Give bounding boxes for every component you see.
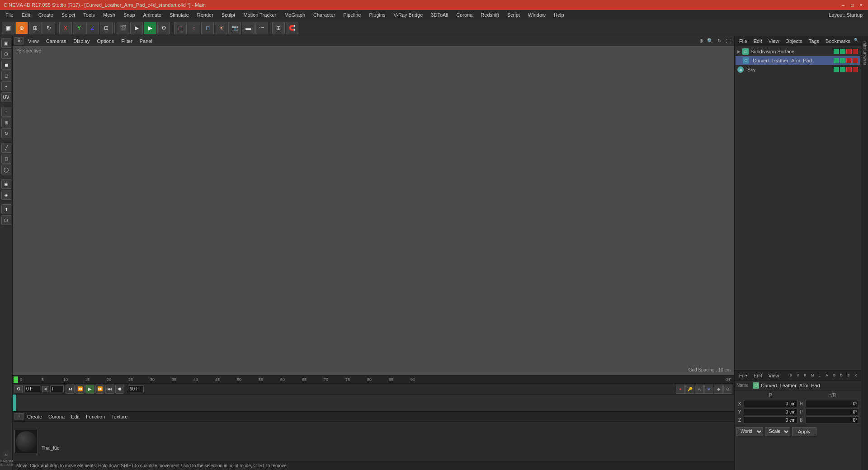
tl-icon-marker[interactable]: ◆ [714, 385, 723, 394]
y-axis-button[interactable]: Y [73, 22, 85, 34]
obj-objects-btn[interactable]: Objects [783, 38, 805, 44]
attr-y-pos[interactable]: 0 cm [744, 408, 797, 415]
menu-sculpt[interactable]: Sculpt [218, 11, 239, 19]
scale-tool-button[interactable]: ⊞ [29, 22, 42, 34]
tl-frame-nav-left[interactable]: ◀ [42, 386, 48, 392]
vp-icon-fullscreen[interactable]: ⛶ [724, 37, 732, 45]
menu-simulate[interactable]: Simulate [166, 11, 193, 19]
tl-icon-record[interactable]: ● [676, 385, 685, 394]
obj-vis-2[interactable] [840, 49, 845, 54]
obj-arm-del-1[interactable] [846, 58, 852, 63]
vp-icon-move[interactable]: ⊕ [697, 37, 705, 45]
obj-vis-1[interactable] [834, 49, 839, 54]
obj-sky-del-2[interactable] [853, 67, 858, 72]
sidebar-polygon-btn[interactable]: ◼ [1, 60, 11, 70]
sidebar-uv-btn[interactable]: UV [1, 92, 11, 102]
menu-character[interactable]: Character [310, 11, 339, 19]
tl-settings-btn[interactable]: ⚙ [14, 385, 23, 393]
menu-edit[interactable]: Edit [18, 11, 34, 19]
rotate-tool-button[interactable]: ↻ [42, 22, 55, 34]
snapping-button[interactable]: 🧲 [286, 22, 298, 34]
obj-arm-del-2[interactable] [853, 58, 858, 63]
menu-script[interactable]: Script [504, 11, 524, 19]
timeline-keyframe-track[interactable] [13, 395, 734, 411]
menu-render[interactable]: Render [193, 11, 217, 19]
obj-sky-vis-2[interactable] [840, 67, 845, 72]
sidebar-rotate-btn[interactable]: ↻ [1, 128, 11, 138]
menu-mograph[interactable]: MoGraph [281, 11, 309, 19]
attr-icon-l[interactable]: L [816, 372, 823, 379]
mat-corona-btn[interactable]: Corona [46, 414, 67, 420]
play-btn[interactable]: ▶ [85, 385, 94, 394]
menu-3dtoall[interactable]: 3DToAll [427, 11, 452, 19]
attr-icon-m[interactable]: M [809, 372, 816, 379]
menu-vray[interactable]: V-Ray Bridge [390, 11, 427, 19]
z-axis-button[interactable]: Z [86, 22, 99, 34]
close-button[interactable]: × [858, 2, 864, 8]
obj-item-armpad[interactable]: ⬡ Curved_Leather_Arm_Pad [736, 56, 860, 65]
attr-p-val[interactable]: 0° [806, 408, 859, 415]
tl-icon-key[interactable]: 🔑 [685, 385, 694, 394]
sidebar-mesh-btn[interactable]: ⬡ [1, 49, 11, 59]
tl-icon-p[interactable]: P [704, 385, 713, 394]
attr-icon-g[interactable]: G [831, 372, 837, 379]
menu-help[interactable]: Help [550, 11, 568, 19]
coord-system-dropdown[interactable]: World Object Local [736, 427, 763, 436]
cube-primitive-button[interactable]: ◻ [174, 22, 187, 34]
obj-item-subdivision[interactable]: ▶ ◻ Subdivision Surface [736, 47, 860, 56]
apply-button[interactable]: Apply [792, 427, 816, 436]
sidebar-edge-btn[interactable]: ◻ [1, 70, 11, 80]
menu-tools[interactable]: Tools [80, 11, 99, 19]
mat-handle[interactable]: ⠿ [14, 413, 24, 420]
menu-window[interactable]: Window [524, 11, 549, 19]
model-mode-button[interactable]: ▣ [2, 22, 14, 34]
obj-edit-btn[interactable]: Edit [751, 38, 765, 44]
menu-motiont[interactable]: Motion Tracker [240, 11, 280, 19]
vp-panel-menu[interactable]: Panel [137, 38, 155, 44]
attr-view-btn[interactable]: View [766, 372, 782, 379]
obj-sky-del-1[interactable] [846, 67, 852, 72]
prev-frame-btn[interactable]: ⏪ [75, 385, 85, 394]
menu-pipeline[interactable]: Pipeline [340, 11, 364, 19]
sidebar-model-btn[interactable]: ▣ [1, 38, 11, 48]
spline-button[interactable]: 〜 [255, 22, 268, 34]
mat-create-btn[interactable]: Create [24, 414, 45, 420]
menu-create[interactable]: Create [35, 11, 57, 19]
minimize-button[interactable]: – [840, 2, 846, 8]
maximize-button[interactable]: □ [849, 2, 855, 8]
attr-z-pos[interactable]: 0 cm [744, 416, 797, 423]
light-button[interactable]: ☀ [215, 22, 227, 34]
obj-sky-vis-1[interactable] [834, 67, 839, 72]
sidebar-magnet-btn[interactable]: ◈ [1, 190, 11, 200]
current-frame-input[interactable] [24, 385, 40, 392]
sidebar-point-btn[interactable]: • [1, 81, 11, 91]
floor-button[interactable]: ▬ [242, 22, 255, 34]
sidebar-loop-btn[interactable]: ⊟ [1, 154, 11, 164]
world-axis-button[interactable]: ⊡ [100, 22, 113, 34]
menu-mesh[interactable]: Mesh [99, 11, 119, 19]
sidebar-extrude-btn[interactable]: ⬆ [1, 204, 11, 214]
tl-icon-settings2[interactable]: ⚙ [723, 385, 732, 394]
menu-snap[interactable]: Snap [120, 11, 139, 19]
viewport[interactable]: Perspective [13, 46, 734, 375]
vp-icon-rotate[interactable]: ↻ [715, 37, 723, 45]
sidebar-line-btn[interactable]: ╱ [1, 143, 11, 153]
mat-texture-btn[interactable]: Texture [108, 414, 130, 420]
tl-frame-value[interactable] [50, 385, 64, 392]
attr-icon-d[interactable]: D [838, 372, 844, 379]
vp-cameras-menu[interactable]: Cameras [43, 38, 69, 44]
end-frame-input[interactable] [128, 385, 144, 392]
render-settings-button[interactable]: ⚙ [157, 22, 170, 34]
attr-icon-2[interactable]: V [795, 372, 801, 379]
obj-delete-2[interactable] [853, 49, 858, 54]
obj-search-icon[interactable]: 🔍 [854, 38, 860, 44]
vp-options-menu[interactable]: Options [94, 38, 117, 44]
render-region-button[interactable]: 🎬 [117, 22, 129, 34]
next-frame-btn[interactable]: ⏩ [95, 385, 104, 394]
vp-icon-zoom[interactable]: 🔍 [706, 37, 714, 45]
attr-icon-a[interactable]: A [824, 372, 830, 379]
attr-icon-x[interactable]: X [853, 372, 859, 379]
mat-edit-btn[interactable]: Edit [68, 414, 82, 420]
tab-browser[interactable]: Tabs Browser [862, 38, 868, 68]
tl-icon-auto[interactable]: A [695, 385, 704, 394]
